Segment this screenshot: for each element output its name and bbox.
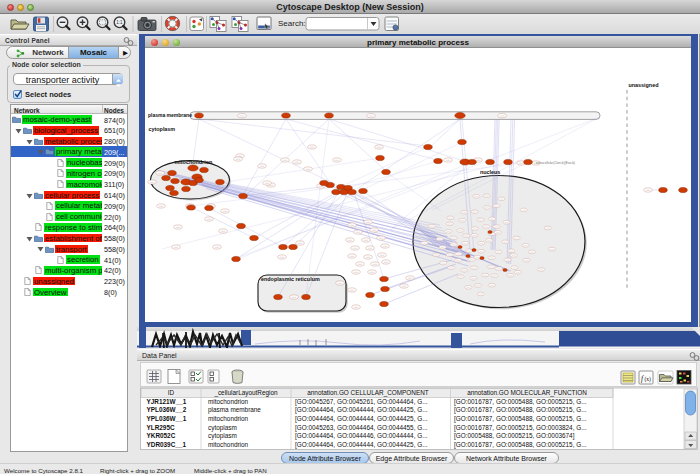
svg-text:[GO:0005488, GO:0005215, GO:00: [GO:0005488, GO:0005215, GO:0003674] (454, 432, 575, 440)
svg-text:YPL036W__1: YPL036W__1 (147, 415, 187, 422)
svg-text:YJR121W__1: YJR121W__1 (147, 398, 187, 405)
svg-text:plasma membrane: plasma membrane (208, 406, 261, 414)
svg-text:cytoplasm: cytoplasm (208, 432, 237, 440)
svg-text:ID: ID (168, 389, 175, 396)
svg-text:YLR295C: YLR295C (147, 424, 175, 431)
svg-text:mitochondrion: mitochondrion (208, 441, 249, 448)
svg-text:Search:: Search: (278, 19, 306, 28)
svg-text:[GO:0044464, GO:0044446, GO:00: [GO:0044464, GO:0044446, GO:0044444, G..… (295, 432, 428, 440)
svg-text:mitochondrion: mitochondrion (175, 159, 213, 165)
svg-text:[GO:0016787, GO:0005488, GO:00: [GO:0016787, GO:0005488, GO:0005215, G..… (454, 441, 587, 449)
svg-text:[GO:0044464, GO:0044444, GO:00: [GO:0044464, GO:0044444, GO:0044425, G..… (295, 406, 428, 414)
svg-text:YPL036W__2: YPL036W__2 (147, 406, 187, 413)
svg-text:[GO:0016787, GO:0005488, GO:00: [GO:0016787, GO:0005488, GO:0005215, G..… (454, 415, 587, 423)
svg-text:[GO:0044464, GO:0044444, GO:00: [GO:0044464, GO:0044444, GO:0044425, G..… (295, 441, 428, 449)
svg-text:plasma membrane: plasma membrane (148, 112, 192, 118)
svg-text:mitochondrion: mitochondrion (208, 415, 249, 422)
svg-text:annotation.GO CELLULAR_COMPONE: annotation.GO CELLULAR_COMPONENT (307, 389, 429, 397)
svg-text:annotation.GO MOLECULAR_FUNCTI: annotation.GO MOLECULAR_FUNCTION (467, 389, 587, 397)
svg-text:[GO:0044464, GO:0044444, GO:00: [GO:0044464, GO:0044444, GO:0044425, G..… (295, 415, 428, 423)
svg-text:[GO:0045267, GO:0045261, GO:00: [GO:0045267, GO:0045261, GO:0044464, G..… (295, 398, 428, 406)
svg-text:(x): (x) (645, 376, 652, 383)
svg-text:unassigned: unassigned (629, 82, 659, 88)
svg-text:1:1: 1:1 (116, 20, 123, 25)
svg-text:[GO:0016787, GO:0005488, GO:00: [GO:0016787, GO:0005488, GO:0005215, G..… (454, 398, 587, 406)
svg-text:mitochondrion: mitochondrion (208, 398, 249, 405)
svg-text:cytoplasm: cytoplasm (149, 126, 176, 132)
svg-text:[GO:0045263, GO:0044464, GO:00: [GO:0045263, GO:0044464, GO:0044455, G..… (295, 424, 428, 432)
svg-text:endoplasmic reticulum: endoplasmic reticulum (261, 276, 320, 282)
svg-text:_cellularLayoutRegion: _cellularLayoutRegion (213, 389, 278, 397)
svg-text:nucleus: nucleus (480, 169, 500, 175)
svg-text:YKR052C: YKR052C (147, 432, 176, 439)
svg-text:YDR039C__1: YDR039C__1 (147, 441, 187, 448)
svg-text:[GO:0016787, GO:0005488, GO:00: [GO:0016787, GO:0005488, GO:0005215, G..… (454, 406, 587, 414)
svg-text:[GO:0016787, GO:0005215, GO:00: [GO:0016787, GO:0005215, GO:0003824, G..… (454, 424, 587, 432)
svg-text:extracellular(Clon-b)(Exo-b): extracellular(Clon-b)(Exo-b) (536, 161, 575, 165)
svg-text:cytoplasm: cytoplasm (208, 424, 237, 432)
